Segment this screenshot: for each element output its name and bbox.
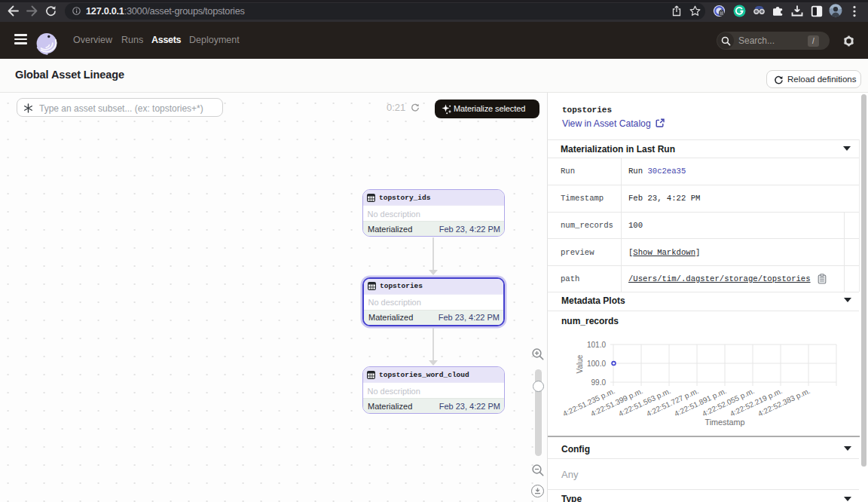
svg-text:100.0: 100.0 [587,360,606,368]
svg-text:Timestamp: Timestamp [705,418,745,427]
svg-text:Value: Value [576,354,584,373]
svg-text:99.0: 99.0 [591,378,607,387]
svg-text:101.0: 101.0 [587,341,606,349]
